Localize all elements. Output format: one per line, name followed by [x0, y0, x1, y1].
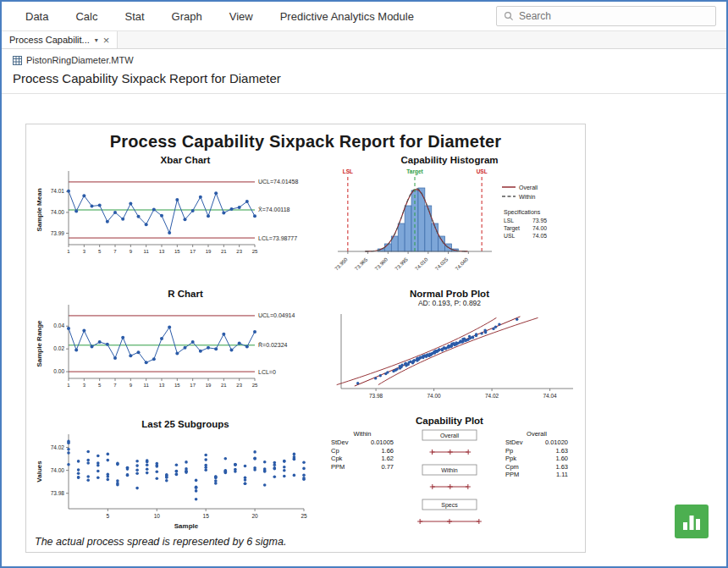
svg-text:Target: Target [406, 168, 423, 175]
svg-text:74.02: 74.02 [51, 444, 65, 450]
document-header: PistonRingDiameter.MTW Process Capabilit… [2, 49, 726, 85]
svg-text:9: 9 [130, 249, 133, 254]
capability-plot-title: Capability Plot [317, 416, 582, 426]
svg-text:15: 15 [203, 513, 210, 519]
svg-text:7: 7 [113, 249, 117, 254]
menu-item-data[interactable]: Data [12, 3, 62, 30]
svg-text:11: 11 [144, 383, 150, 388]
svg-text:73.98: 73.98 [369, 393, 383, 399]
svg-text:10: 10 [154, 513, 161, 519]
xbar-chart-panel: Xbar Chart 73.9974.0074.0113579111315171… [31, 155, 314, 263]
svg-text:3: 3 [83, 249, 86, 254]
svg-text:Sample Mean: Sample Mean [36, 188, 43, 231]
menu-item-graph[interactable]: Graph [158, 3, 216, 30]
svg-text:Overall: Overall [519, 185, 538, 190]
svg-text:74.025: 74.025 [434, 256, 449, 272]
cap-stats-heading: Within [326, 430, 399, 438]
r-chart-panel: R Chart 0.000.020.0413579111315171921232… [31, 289, 314, 397]
svg-text:23: 23 [236, 249, 242, 254]
last-25-subgroups-panel: Last 25 Subgroups 73.9874.0074.025101520… [31, 419, 314, 541]
svg-text:7: 7 [113, 383, 117, 388]
chart-app-icon[interactable] [675, 505, 709, 538]
svg-text:74.00: 74.00 [51, 467, 65, 473]
report-footnote: The actual process spread is represented… [35, 536, 286, 548]
svg-text:Sample: Sample [174, 522, 199, 530]
histogram-bar [405, 206, 411, 251]
svg-text:11: 11 [144, 249, 150, 254]
capability-histogram-panel: Capability Histogram LSLTargetUSL73.9507… [317, 155, 582, 282]
tab-process-capability[interactable]: Process Capabilit... ▾ × [2, 31, 118, 48]
histogram-bar [398, 223, 405, 251]
capability-histogram-title: Capability Histogram [317, 155, 582, 165]
svg-text:25: 25 [301, 513, 307, 519]
svg-text:25: 25 [252, 249, 258, 254]
normal-prob-plot-subtitle: AD: 0.193, P: 0.892 [317, 299, 582, 307]
svg-text:25: 25 [252, 383, 258, 388]
svg-text:USL: USL [504, 233, 515, 239]
svg-text:17: 17 [190, 383, 196, 388]
svg-text:9: 9 [130, 383, 133, 388]
cap-stat-row: PPM1.11 [500, 471, 573, 479]
cap-stat-row: Cpm1.63 [500, 463, 573, 471]
svg-text:Within: Within [441, 467, 458, 473]
capability-plot-body: WithinStDev0.01005Cp1.66Cpk1.62PPM0.77 O… [317, 428, 582, 535]
worksheet-name: PistonRingDiameter.MTW [26, 55, 134, 65]
svg-text:UCL=0.04914: UCL=0.04914 [258, 312, 295, 318]
svg-text:19: 19 [206, 249, 212, 254]
menu-bar: DataCalcStatGraphViewPredictive Analytic… [2, 2, 726, 31]
cap-stat-row: StDev0.01005 [326, 438, 399, 447]
bar-chart-icon [681, 511, 702, 532]
menu-item-predictive-analytics-module[interactable]: Predictive Analytics Module [267, 3, 427, 30]
confidence-band [378, 317, 538, 384]
svg-text:0.00: 0.00 [53, 368, 64, 374]
svg-text:3: 3 [83, 383, 86, 388]
cap-stat-row: Ppk1.60 [500, 455, 573, 463]
capability-histogram: LSLTargetUSL73.95073.96573.98073.99574.0… [317, 165, 582, 278]
svg-text:21: 21 [221, 383, 227, 388]
svg-text:19: 19 [206, 383, 212, 388]
r-chart: 0.000.020.04135791113151719212325UCL=0.0… [31, 299, 314, 394]
capability-plot-intervals: OverallWithinSpecs [402, 428, 497, 535]
svg-text:73.95: 73.95 [532, 218, 547, 223]
search-input[interactable] [519, 10, 709, 22]
report-card: Process Capability Sixpack Report for Di… [25, 124, 586, 553]
worksheet-link[interactable]: PistonRingDiameter.MTW [13, 55, 726, 65]
divider [2, 93, 726, 94]
svg-text:15: 15 [174, 249, 180, 254]
svg-text:73.980: 73.980 [374, 256, 389, 272]
svg-text:LCL=73.98777: LCL=73.98777 [258, 235, 297, 241]
cap-stat-row: Pp1.63 [500, 447, 573, 455]
worksheet-icon [13, 56, 22, 65]
svg-text:74.00: 74.00 [51, 209, 65, 215]
search-icon [504, 11, 514, 21]
svg-text:13: 13 [159, 383, 165, 388]
svg-text:73.995: 73.995 [394, 256, 410, 272]
svg-text:Sample Range: Sample Range [36, 320, 43, 367]
menu-item-calc[interactable]: Calc [62, 3, 111, 30]
within-stats: WithinStDev0.01005Cp1.66Cpk1.62PPM0.77 [326, 430, 399, 535]
document-heading: Process Capability Sixpack Report for Di… [13, 71, 726, 85]
series-line [69, 191, 255, 233]
svg-text:0.02: 0.02 [53, 345, 64, 351]
tab-close-icon[interactable]: × [103, 35, 110, 46]
svg-text:74.02: 74.02 [485, 393, 499, 399]
last-25-subgroups-chart: 73.9874.0074.02510152025SampleValues [31, 429, 314, 538]
last-25-subgroups-title: Last 25 Subgroups [31, 419, 314, 429]
svg-text:5: 5 [98, 249, 102, 254]
menu-item-stat[interactable]: Stat [111, 3, 157, 30]
menu-item-view[interactable]: View [216, 3, 267, 30]
xbar-chart: 73.9974.0074.01135791113151719212325UCL=… [31, 165, 314, 260]
histogram-bar [425, 206, 432, 251]
tab-dropdown-icon[interactable]: ▾ [95, 36, 98, 44]
svg-text:74.00: 74.00 [427, 393, 441, 399]
svg-text:73.965: 73.965 [354, 256, 369, 272]
svg-text:13: 13 [159, 249, 165, 254]
search-box[interactable] [496, 6, 716, 26]
svg-text:74.00: 74.00 [532, 225, 547, 231]
svg-text:Overall: Overall [440, 433, 460, 438]
svg-text:73.950: 73.950 [334, 256, 349, 272]
svg-text:LSL: LSL [343, 168, 353, 174]
svg-text:74.05: 74.05 [532, 233, 547, 239]
svg-text:LSL: LSL [504, 218, 514, 223]
cap-stats-heading: Overall [500, 430, 573, 438]
